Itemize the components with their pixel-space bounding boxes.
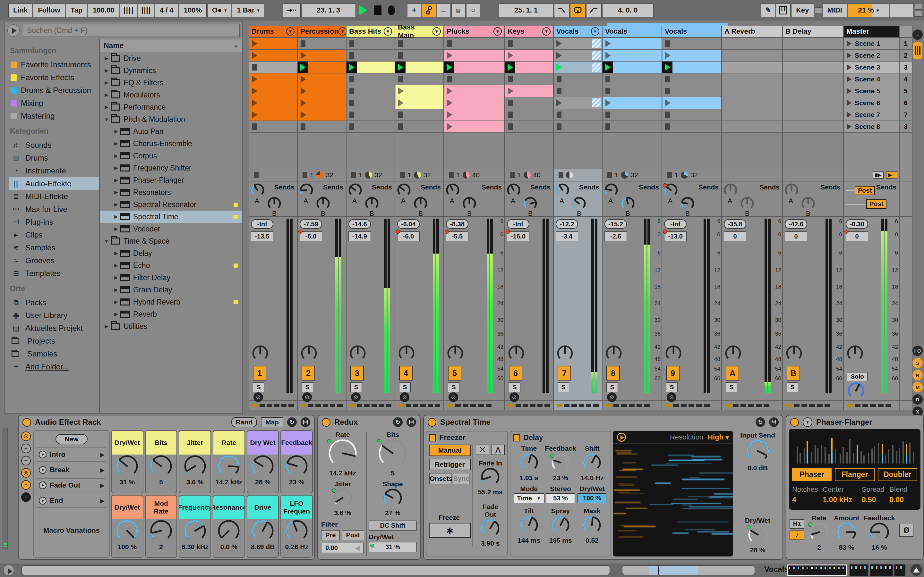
clip-play-icon[interactable] <box>300 52 306 59</box>
macro-name[interactable]: Dry Wet <box>247 431 278 455</box>
follow-button[interactable]: Follow <box>33 3 65 17</box>
clip-stop-button[interactable] <box>300 40 305 47</box>
clip-slot[interactable] <box>783 109 843 121</box>
clip-stop-button[interactable] <box>252 123 257 130</box>
expand-arrow-icon[interactable]: ▶ <box>102 55 111 61</box>
expand-arrow-icon[interactable]: ▶ <box>102 104 111 110</box>
notches-value[interactable]: 4 <box>792 496 822 504</box>
clip-stop-button[interactable] <box>508 123 513 130</box>
phaser-rate-knob[interactable] <box>809 522 829 544</box>
clip-slot[interactable] <box>783 97 843 109</box>
peak-level-field[interactable]: -6.04 <box>397 219 420 229</box>
arm-button[interactable]: ⊘ <box>254 392 263 402</box>
clip-stop-button[interactable] <box>447 76 452 82</box>
redux-rate-knob[interactable] <box>328 438 357 469</box>
pan-knob[interactable] <box>556 345 573 363</box>
blend-value[interactable]: 0.00 <box>889 496 917 504</box>
redux-on-button[interactable] <box>322 418 330 427</box>
hot-swap-icon[interactable]: ↻ <box>756 417 765 427</box>
sidebar-category-audio-effekte[interactable]: |||Audio-Effekte <box>9 177 99 190</box>
freezer-sync-button[interactable]: Sync <box>453 473 470 484</box>
solo-button[interactable]: S <box>726 382 737 392</box>
clip-slot[interactable] <box>249 73 297 85</box>
tree-item-filter-delay[interactable]: ▶Filter Delay <box>100 271 242 284</box>
browser-sort-header[interactable]: Name ▲ <box>100 39 242 52</box>
track-stop-button[interactable] <box>302 172 307 178</box>
volume-field[interactable]: 0 <box>846 231 868 241</box>
tree-item-dynamics[interactable]: ▶Dynamics <box>100 64 242 77</box>
clip-slot[interactable] <box>722 73 782 85</box>
macro-name[interactable]: Mod Rate <box>145 496 177 519</box>
mode-phaser-button[interactable]: Phaser <box>792 468 832 481</box>
clip-slot-playing[interactable] <box>505 61 553 73</box>
collapse-arrow-icon[interactable]: ▼ <box>102 239 111 244</box>
clip-stop-button[interactable] <box>508 40 513 47</box>
status-play-icon[interactable] <box>3 565 14 576</box>
track-stop-button[interactable] <box>400 172 405 178</box>
track-fold-icon[interactable]: ▼ <box>493 27 502 35</box>
clip-stop-button[interactable] <box>349 88 354 94</box>
clip-slot[interactable] <box>662 50 721 61</box>
clip-slot[interactable] <box>783 85 843 97</box>
scene-number-1[interactable]: 1 <box>900 38 912 50</box>
clip-slot[interactable] <box>249 109 297 121</box>
quantization-menu[interactable]: 1 Bar▾ <box>232 3 264 17</box>
expand-arrow-icon[interactable]: ▶ <box>112 299 120 305</box>
solo-button[interactable]: S <box>351 382 362 392</box>
clip-slot[interactable] <box>395 97 443 109</box>
expand-arrow-icon[interactable]: ▶ <box>102 80 111 85</box>
scene-launch-icon[interactable] <box>847 112 851 118</box>
track-fold-icon[interactable]: ▼ <box>338 27 347 35</box>
clip-slot[interactable] <box>603 73 662 85</box>
capture-midi-button[interactable]: ⧈ <box>451 3 465 17</box>
clip-device-toggle-icon[interactable] <box>913 42 922 59</box>
macro-knob-7[interactable] <box>115 519 139 544</box>
launch-variation-icon[interactable]: ▶ <box>100 498 104 504</box>
automation-arm-button[interactable] <box>422 3 436 17</box>
clip-stop-button[interactable] <box>606 76 610 82</box>
freezer-envelope-button[interactable]: ⋀ <box>491 445 505 455</box>
macro-value[interactable]: 28 % <box>255 478 270 486</box>
mixer-toggle-r[interactable]: R <box>913 370 923 380</box>
spread-value[interactable]: 0.50 <box>862 496 890 504</box>
phaser-phase-invert-button[interactable]: Ø <box>899 524 913 537</box>
sidebar-place-samples[interactable]: Samples <box>9 348 99 360</box>
time-signature-field[interactable]: 4 / 4 <box>155 3 178 17</box>
tree-item-corpus[interactable]: ▶Corpus <box>100 150 242 162</box>
clip-slot[interactable] <box>662 97 721 109</box>
clip-stop-button[interactable] <box>665 123 670 130</box>
clip-stop-button[interactable] <box>398 111 403 118</box>
track-activator-button[interactable]: B <box>787 366 800 380</box>
macro-value[interactable]: 5 <box>159 478 163 486</box>
show-macros-minus-icon[interactable]: − <box>21 456 31 466</box>
pan-knob[interactable] <box>398 345 415 363</box>
clip-slot[interactable] <box>554 109 602 121</box>
clip-stop-button[interactable] <box>349 76 354 82</box>
track-activator-button[interactable]: A <box>726 366 739 380</box>
track-header[interactable]: Bass Hits▼ <box>347 26 395 38</box>
save-preset-icon[interactable] <box>300 417 310 427</box>
scene-number-7[interactable]: 7 <box>900 109 912 121</box>
volume-field[interactable]: -2.6 <box>604 231 627 241</box>
sidebar-collection-favorite-effects[interactable]: Favorite Effects <box>9 71 99 84</box>
clip-stop-button[interactable] <box>557 123 561 130</box>
track-stop-button[interactable] <box>449 172 454 178</box>
clip-stop-button[interactable] <box>252 64 257 71</box>
arm-button[interactable]: ⊘ <box>400 392 409 402</box>
macro-name[interactable]: Rate <box>213 431 244 455</box>
input-send-knob[interactable] <box>746 439 770 464</box>
volume-field[interactable]: -16.0 <box>507 231 529 241</box>
clip-slot[interactable] <box>603 85 662 97</box>
expand-arrow-icon[interactable]: ▶ <box>112 165 120 171</box>
scene-launch-icon[interactable] <box>847 100 851 106</box>
device-chain-thumbnail-1[interactable] <box>787 564 847 576</box>
tree-item-hybrid-reverb[interactable]: ▶Hybrid Reverb <box>100 296 242 308</box>
tree-item-utilities[interactable]: ▶Utilities <box>100 320 242 332</box>
loop-length-field[interactable]: 4. 0. 0 <box>602 3 654 17</box>
expand-arrow-icon[interactable]: ▶ <box>112 226 120 232</box>
track-header[interactable]: Vocals≡ <box>554 26 602 38</box>
clip-play-icon[interactable] <box>252 40 257 47</box>
macro-name[interactable]: Drive <box>247 496 278 519</box>
sidebar-category-samples[interactable]: ≋Samples <box>9 242 99 254</box>
clip-slot-playing[interactable] <box>603 61 662 73</box>
